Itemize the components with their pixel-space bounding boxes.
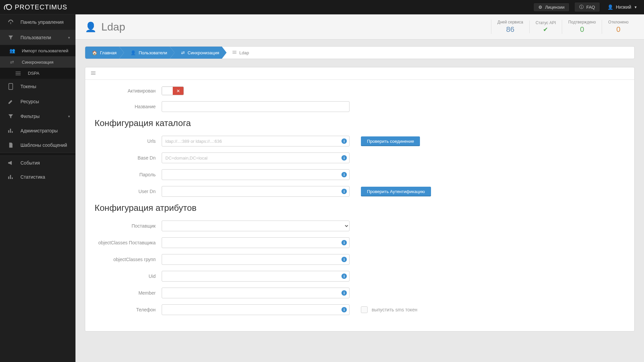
stat-label: Подтверждено bbox=[568, 20, 596, 24]
label-base-dn: Base Dn bbox=[95, 155, 162, 161]
label-urls: Urls bbox=[95, 138, 162, 144]
licenses-label: Лицензии bbox=[545, 5, 565, 10]
phone-input[interactable] bbox=[162, 304, 350, 315]
obj-provider-input[interactable] bbox=[162, 237, 350, 248]
info-icon[interactable]: i bbox=[341, 138, 347, 144]
home-icon: 🏠 bbox=[92, 50, 97, 55]
separator bbox=[0, 153, 75, 156]
document-icon bbox=[7, 142, 14, 148]
uid-input[interactable] bbox=[162, 271, 350, 282]
sidebar-item-label: Администраторы bbox=[20, 128, 58, 133]
label-member: Member bbox=[95, 290, 162, 296]
sync-icon: ⇄ bbox=[181, 50, 185, 55]
info-icon[interactable]: i bbox=[341, 290, 347, 296]
sidebar-item-label: Шаблоны сообщений bbox=[20, 142, 67, 148]
breadcrumb-label: Пользователи bbox=[139, 50, 167, 55]
password-input[interactable] bbox=[162, 169, 350, 180]
user-menu[interactable]: 👤 Низкий ▼ bbox=[607, 4, 637, 10]
stat-label: Статус API bbox=[536, 20, 556, 25]
info-icon[interactable]: i bbox=[341, 172, 347, 177]
megaphone-icon bbox=[7, 160, 14, 166]
info-icon[interactable]: i bbox=[341, 189, 347, 194]
section-catalog-heading: Конфигурация каталога bbox=[95, 118, 625, 128]
breadcrumb-sync[interactable]: ⇄ Синхронизация bbox=[170, 47, 226, 59]
gear-icon: ⚙ bbox=[538, 5, 542, 10]
edit-icon bbox=[7, 99, 14, 105]
user-icon: 👤 bbox=[130, 50, 136, 55]
sidebar-item-label: Фильтры bbox=[20, 114, 40, 119]
stat-rejected: Отклонено 0 bbox=[602, 20, 635, 34]
users-icon: 👥 bbox=[8, 48, 16, 53]
info-icon: ⓘ bbox=[579, 4, 584, 10]
emit-sms-label: выпустить sms токен bbox=[372, 307, 417, 312]
provider-select[interactable] bbox=[162, 221, 350, 231]
brand-logo[interactable]: PROTECTIMUS bbox=[3, 3, 67, 11]
user-icon: 👤 bbox=[85, 21, 97, 33]
toggle-knob bbox=[162, 87, 173, 95]
dashboard-icon bbox=[7, 19, 14, 25]
filter-icon bbox=[7, 113, 14, 119]
info-icon[interactable]: i bbox=[341, 274, 347, 279]
label-user-dn: User Dn bbox=[95, 189, 162, 194]
label-activated: Активирован bbox=[95, 88, 162, 94]
close-icon: ✕ bbox=[173, 87, 183, 95]
sidebar-item-resources[interactable]: Ресурсы bbox=[0, 94, 75, 109]
sidebar-item-label: Токены bbox=[20, 84, 36, 89]
sidebar-item-dspa[interactable]: DSPA bbox=[0, 68, 75, 79]
form-panel: Активирован ✕ Название Конфигурация ката… bbox=[85, 67, 635, 331]
sidebar-item-dashboard[interactable]: Панель управления bbox=[0, 14, 75, 30]
filter-icon bbox=[7, 35, 14, 41]
obj-groups-input[interactable] bbox=[162, 254, 350, 265]
breadcrumb-users[interactable]: 👤 Пользователи bbox=[119, 47, 174, 59]
name-input[interactable] bbox=[162, 101, 350, 112]
sidebar-item-label: Статистика bbox=[20, 174, 45, 180]
emit-sms-checkbox[interactable] bbox=[361, 306, 368, 313]
test-auth-button[interactable]: Проверить Аутентификацию bbox=[361, 187, 431, 196]
breadcrumb-home[interactable]: 🏠 Главная bbox=[85, 47, 124, 59]
info-icon[interactable]: i bbox=[341, 307, 347, 312]
list-icon bbox=[14, 71, 22, 76]
info-icon[interactable]: i bbox=[341, 155, 347, 161]
sidebar-item-label: Панель управления bbox=[20, 19, 64, 25]
label-obj-provider: objectClasses Поставщика bbox=[95, 240, 162, 245]
panel-header bbox=[85, 67, 634, 80]
activated-toggle[interactable]: ✕ bbox=[162, 86, 184, 95]
page-header: 👤 Ldap Дней сервиса 86 Статус API ✔ Подт… bbox=[75, 14, 644, 40]
licenses-button[interactable]: ⚙ Лицензии bbox=[533, 3, 570, 12]
label-obj-groups: objectClasses групп bbox=[95, 257, 162, 262]
urls-input[interactable] bbox=[162, 136, 350, 146]
faq-button[interactable]: ⓘ FAQ bbox=[574, 2, 600, 12]
sidebar-item-sync[interactable]: ⇄ Синхронизация bbox=[0, 56, 75, 68]
info-icon[interactable]: i bbox=[341, 240, 347, 245]
stat-label: Дней сервиса bbox=[497, 20, 523, 24]
list-icon bbox=[91, 71, 96, 76]
stat-value: 86 bbox=[497, 25, 523, 34]
svg-point-0 bbox=[6, 4, 11, 9]
info-icon[interactable]: i bbox=[341, 257, 347, 262]
sidebar: Панель управления Пользователи ▾ 👥 Импор… bbox=[0, 14, 75, 362]
chevron-down-icon: ▾ bbox=[68, 36, 70, 40]
base-dn-input[interactable] bbox=[162, 153, 350, 163]
sidebar-item-events[interactable]: События bbox=[0, 156, 75, 170]
breadcrumb-label: Синхронизация bbox=[187, 50, 219, 55]
user-dn-input[interactable] bbox=[162, 186, 350, 197]
sidebar-item-templates[interactable]: Шаблоны сообщений bbox=[0, 138, 75, 153]
stat-api-status: Статус API ✔ bbox=[529, 20, 562, 33]
sidebar-item-tokens[interactable]: Токены bbox=[0, 79, 75, 94]
member-input[interactable] bbox=[162, 288, 350, 298]
sidebar-item-filters[interactable]: Фильтры ▾ bbox=[0, 109, 75, 124]
sidebar-item-stats[interactable]: Статистика bbox=[0, 170, 75, 184]
sidebar-item-admins[interactable]: Администраторы bbox=[0, 124, 75, 138]
test-connection-button[interactable]: Проверить соединение bbox=[361, 136, 420, 146]
breadcrumb-label: Главная bbox=[100, 50, 116, 55]
label-phone: Телефон bbox=[95, 307, 162, 312]
chevron-down-icon: ▾ bbox=[68, 114, 70, 119]
sidebar-item-users[interactable]: Пользователи ▾ bbox=[0, 30, 75, 45]
chevron-down-icon: ▼ bbox=[634, 5, 637, 9]
stat-value: 0 bbox=[608, 25, 629, 34]
sidebar-item-label: События bbox=[20, 160, 40, 166]
sidebar-item-import-users[interactable]: 👥 Импорт пользователей bbox=[0, 45, 75, 56]
user-label: Низкий bbox=[616, 4, 631, 10]
breadcrumb-label: Ldap bbox=[239, 50, 249, 55]
label-provider: Поставщик bbox=[95, 223, 162, 229]
